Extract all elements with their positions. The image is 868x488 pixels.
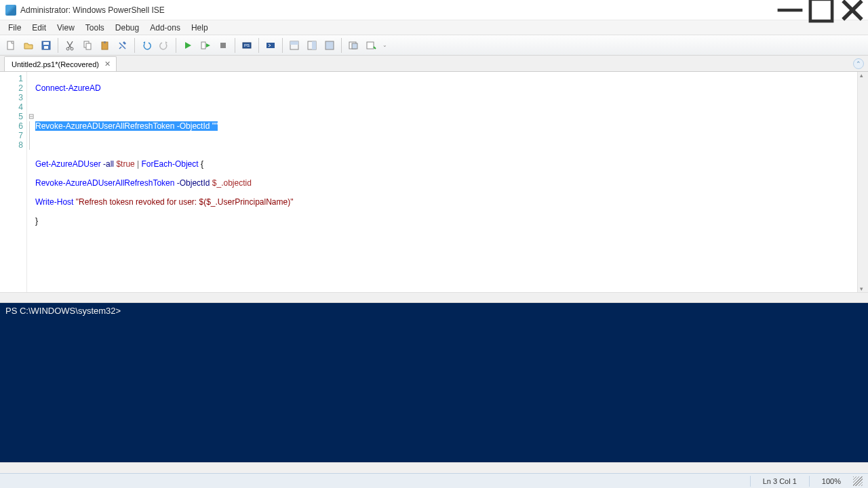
show-command-window-button[interactable] bbox=[345, 37, 361, 54]
expand-script-pane-button[interactable]: ⌃ bbox=[853, 58, 864, 69]
console-pane[interactable]: PS C:\WINDOWS\system32> bbox=[0, 303, 868, 462]
undo-button[interactable] bbox=[138, 37, 155, 54]
menu-view[interactable]: View bbox=[52, 22, 80, 34]
copy-button[interactable] bbox=[79, 37, 96, 54]
toolbar-overflow-icon[interactable]: ⌄ bbox=[380, 42, 387, 48]
svg-rect-4 bbox=[44, 46, 48, 49]
svg-rect-22 bbox=[352, 43, 357, 49]
svg-rect-3 bbox=[43, 42, 49, 45]
clear-button[interactable] bbox=[115, 37, 131, 54]
new-remote-button[interactable]: PS bbox=[239, 37, 255, 54]
tab-strip: Untitled2.ps1*(Recovered) ✕ ⌃ bbox=[0, 56, 868, 72]
svg-rect-8 bbox=[86, 43, 91, 49]
window-title: Administrator: Windows PowerShell ISE bbox=[20, 5, 165, 15]
line-number-gutter: 12345678 bbox=[0, 72, 27, 292]
code-area[interactable]: Connect-AzureAD Revoke-AzureADUserAllRef… bbox=[35, 72, 868, 292]
console-horizontal-scrollbar[interactable] bbox=[0, 462, 868, 473]
editor-horizontal-scrollbar[interactable] bbox=[0, 292, 868, 303]
menu-tools[interactable]: Tools bbox=[80, 22, 110, 34]
show-command-addon-button[interactable] bbox=[363, 37, 379, 54]
run-button[interactable] bbox=[180, 37, 196, 54]
resize-grip-icon[interactable] bbox=[853, 476, 863, 486]
svg-rect-20 bbox=[326, 41, 334, 49]
minimize-button[interactable] bbox=[774, 0, 806, 20]
menu-edit[interactable]: Edit bbox=[26, 22, 52, 34]
svg-rect-1 bbox=[7, 41, 14, 49]
cut-button[interactable] bbox=[62, 37, 78, 54]
svg-text:PS: PS bbox=[244, 43, 250, 47]
console-prompt: PS C:\WINDOWS\system32> bbox=[5, 306, 121, 316]
paste-button[interactable] bbox=[97, 37, 113, 54]
svg-rect-17 bbox=[290, 41, 298, 45]
fold-toggle-icon[interactable]: ⊟ bbox=[27, 112, 35, 121]
script-editor[interactable]: 12345678 ⊟ Connect-AzureAD Revoke-AzureA… bbox=[0, 72, 868, 292]
statusbar: Ln 3 Col 1 100% bbox=[0, 473, 868, 488]
stop-button[interactable] bbox=[215, 37, 231, 54]
save-button[interactable] bbox=[38, 37, 54, 54]
toolbar: PS ⌄ bbox=[0, 35, 868, 56]
show-script-pane-top-button[interactable] bbox=[286, 37, 302, 54]
redo-button[interactable] bbox=[156, 37, 172, 54]
svg-rect-23 bbox=[367, 42, 374, 49]
cursor-position: Ln 3 Col 1 bbox=[763, 477, 797, 485]
menu-debug[interactable]: Debug bbox=[110, 22, 144, 34]
menubar: File Edit View Tools Debug Add-ons Help bbox=[0, 20, 868, 35]
svg-rect-12 bbox=[220, 43, 226, 48]
svg-rect-0 bbox=[810, 0, 832, 21]
titlebar: Administrator: Windows PowerShell ISE bbox=[0, 0, 868, 20]
start-powershell-button[interactable] bbox=[262, 37, 279, 54]
open-button[interactable] bbox=[20, 37, 37, 54]
close-button[interactable] bbox=[837, 0, 868, 20]
svg-point-24 bbox=[374, 47, 376, 49]
zoom-level: 100% bbox=[822, 477, 841, 485]
svg-rect-19 bbox=[312, 41, 316, 49]
fold-gutter: ⊟ bbox=[27, 72, 35, 292]
svg-rect-10 bbox=[104, 41, 106, 43]
show-script-pane-max-button[interactable] bbox=[321, 37, 338, 54]
menu-addons[interactable]: Add-ons bbox=[144, 22, 186, 34]
tab-close-button[interactable]: ✕ bbox=[103, 60, 112, 68]
svg-rect-11 bbox=[201, 42, 205, 49]
tab-label: Untitled2.ps1*(Recovered) bbox=[12, 60, 99, 68]
svg-point-5 bbox=[66, 47, 69, 50]
show-script-pane-right-button[interactable] bbox=[304, 37, 320, 54]
new-button[interactable] bbox=[3, 37, 19, 54]
editor-vertical-scrollbar[interactable] bbox=[857, 72, 868, 292]
app-icon bbox=[5, 5, 16, 16]
maximize-button[interactable] bbox=[806, 0, 837, 20]
script-tab[interactable]: Untitled2.ps1*(Recovered) ✕ bbox=[4, 56, 117, 71]
menu-file[interactable]: File bbox=[3, 22, 26, 34]
svg-point-6 bbox=[71, 47, 73, 50]
menu-help[interactable]: Help bbox=[186, 22, 214, 34]
run-selection-button[interactable] bbox=[197, 37, 214, 54]
